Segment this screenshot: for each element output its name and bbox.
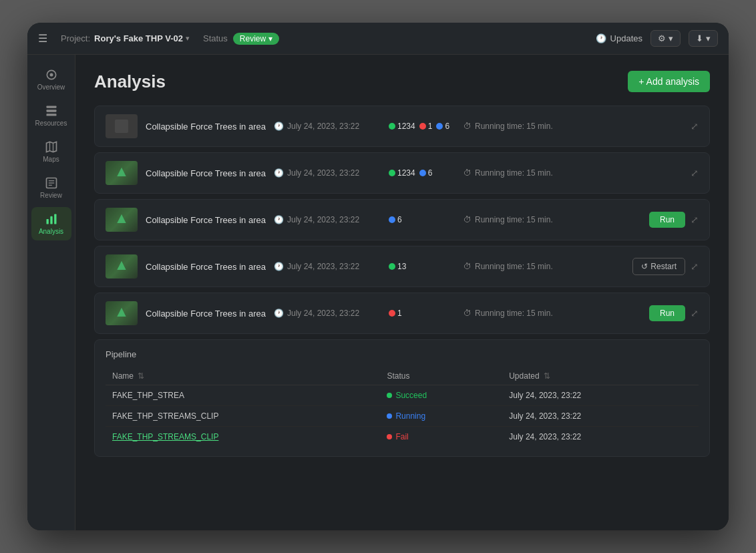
card-thumbnail xyxy=(106,254,138,279)
card-badges: 1 xyxy=(389,309,455,318)
content-area: Analysis + Add analysis Collapsible Forc… xyxy=(75,55,729,530)
table-row[interactable]: FAKE_THP_STREAMS_CLIPFailJuly 24, 2023, … xyxy=(106,427,699,447)
resources-icon xyxy=(45,104,58,118)
clock-icon: 🕐 xyxy=(274,215,284,224)
top-bar-right: 🕐 Updates ⚙ ▾ ⬇ ▾ xyxy=(596,30,718,47)
timer-icon: ⏱ xyxy=(463,262,471,271)
cell-updated: July 24, 2023, 23:22 xyxy=(502,427,699,447)
analysis-cards-container: Collapsible Force Trees in area🕐 July 24… xyxy=(94,106,710,334)
pipeline-title: Pipeline xyxy=(106,349,699,359)
card-running-time: ⏱ Running time: 15 min. xyxy=(463,122,570,131)
status-badge: 13 xyxy=(389,262,406,271)
menu-icon[interactable]: ☰ xyxy=(38,32,47,45)
review-icon xyxy=(45,176,58,190)
clock-icon: 🕐 xyxy=(274,262,284,271)
sort-updated-icon: ⇅ xyxy=(544,371,550,381)
clock-icon: 🕐 xyxy=(274,309,284,318)
badge-dot xyxy=(389,123,395,130)
status-cell: Running xyxy=(387,411,496,421)
device-frame: ☰ Project: Rory's Fake THP V-02 ▾ Status… xyxy=(27,23,729,530)
svg-marker-18 xyxy=(117,261,126,270)
status-badge: 1 xyxy=(389,309,402,318)
card-time: 🕐 July 24, 2023, 23:22 xyxy=(274,262,381,271)
column-header-name[interactable]: Name ⇅ xyxy=(106,367,380,385)
sidebar-item-analysis[interactable]: Analysis xyxy=(31,207,71,240)
analysis-card: Collapsible Force Trees in area🕐 July 24… xyxy=(94,199,710,240)
svg-point-1 xyxy=(49,73,53,77)
page-title: Analysis xyxy=(94,71,166,92)
cell-status: Running xyxy=(380,406,502,427)
badge-dot xyxy=(389,310,395,317)
analysis-card: Collapsible Force Trees in area🕐 July 24… xyxy=(94,106,710,147)
svg-marker-5 xyxy=(46,142,56,152)
status-dot xyxy=(387,413,392,419)
svg-rect-13 xyxy=(50,216,52,224)
card-actions: ↺ Restart⤢ xyxy=(632,258,699,275)
card-badges: 12346 xyxy=(389,168,455,178)
badge-dot xyxy=(389,263,395,270)
main-layout: Overview Resources Maps Review Analysis xyxy=(27,55,729,530)
svg-rect-3 xyxy=(46,110,56,112)
column-header-status[interactable]: Status xyxy=(380,367,502,385)
restart-icon: ↺ xyxy=(641,262,648,271)
card-time: 🕐 July 24, 2023, 23:22 xyxy=(274,309,381,318)
timer-icon: ⏱ xyxy=(463,309,471,318)
sidebar-item-maps[interactable]: Maps xyxy=(31,135,71,168)
status-badge[interactable]: Review ▾ xyxy=(233,33,279,45)
badge-dot xyxy=(419,123,426,130)
cell-updated: July 24, 2023, 23:22 xyxy=(502,385,699,406)
pipeline-name-link[interactable]: FAKE_THP_STREAMS_CLIP xyxy=(112,432,218,441)
card-running-time: ⏱ Running time: 15 min. xyxy=(463,215,570,224)
card-thumbnail xyxy=(106,114,138,138)
sidebar-item-resources[interactable]: Resources xyxy=(31,99,71,132)
table-row[interactable]: FAKE_THP_STREAMS_CLIPRunningJuly 24, 202… xyxy=(106,406,699,427)
svg-marker-19 xyxy=(117,308,126,317)
sidebar-label-resources: Resources xyxy=(35,120,67,127)
overview-icon xyxy=(45,68,58,81)
status-cell: Succeed xyxy=(387,391,496,400)
column-header-updated[interactable]: Updated ⇅ xyxy=(502,367,699,385)
restart-button[interactable]: ↺ Restart xyxy=(632,258,685,275)
expand-icon[interactable]: ⤢ xyxy=(691,168,699,178)
settings-button[interactable]: ⚙ ▾ xyxy=(650,30,681,47)
sidebar-label-maps: Maps xyxy=(43,156,59,163)
svg-rect-14 xyxy=(54,214,56,224)
sidebar-item-review[interactable]: Review xyxy=(31,171,71,204)
page-header: Analysis + Add analysis xyxy=(94,71,710,92)
expand-icon[interactable]: ⤢ xyxy=(691,214,699,225)
svg-rect-15 xyxy=(115,120,128,133)
run-button[interactable]: Run xyxy=(649,305,685,321)
cell-updated: July 24, 2023, 23:22 xyxy=(502,406,699,427)
run-button[interactable]: Run xyxy=(649,212,685,228)
card-name: Collapsible Force Trees in area xyxy=(146,262,266,272)
project-label: Project: xyxy=(61,33,90,43)
card-thumbnail xyxy=(106,161,138,185)
svg-rect-12 xyxy=(46,219,48,224)
expand-icon[interactable]: ⤢ xyxy=(691,308,699,319)
expand-icon[interactable]: ⤢ xyxy=(691,261,699,272)
chevron-down-icon[interactable]: ▾ xyxy=(186,34,190,43)
sidebar-item-overview[interactable]: Overview xyxy=(31,63,71,96)
status-badge: 6 xyxy=(419,168,433,178)
export-button[interactable]: ⬇ ▾ xyxy=(689,30,718,47)
project-name: Rory's Fake THP V-02 xyxy=(94,33,183,43)
updates-button[interactable]: 🕐 Updates xyxy=(596,33,642,43)
cell-name: FAKE_THP_STREAMS_CLIP xyxy=(106,427,380,447)
status-dot xyxy=(387,434,392,439)
status-badge: 6 xyxy=(436,122,449,131)
clock-icon: 🕐 xyxy=(274,122,284,131)
expand-icon[interactable]: ⤢ xyxy=(691,121,699,132)
pipeline-table-body: FAKE_THP_STREASucceedJuly 24, 2023, 23:2… xyxy=(106,385,699,447)
svg-marker-16 xyxy=(117,168,126,176)
card-time: 🕐 July 24, 2023, 23:22 xyxy=(274,168,381,178)
status-badge: 1234 xyxy=(389,168,415,178)
add-analysis-button[interactable]: + Add analysis xyxy=(628,71,710,92)
card-name: Collapsible Force Trees in area xyxy=(146,168,266,178)
status-badge: 1 xyxy=(419,122,433,131)
cell-name: FAKE_THP_STREA xyxy=(106,385,380,406)
maps-icon xyxy=(45,140,58,154)
table-row[interactable]: FAKE_THP_STREASucceedJuly 24, 2023, 23:2… xyxy=(106,385,699,406)
pipeline-section: Pipeline Name ⇅ Status Updat xyxy=(94,339,710,457)
export-chevron-icon: ▾ xyxy=(706,33,711,43)
card-actions: Run⤢ xyxy=(649,305,699,321)
